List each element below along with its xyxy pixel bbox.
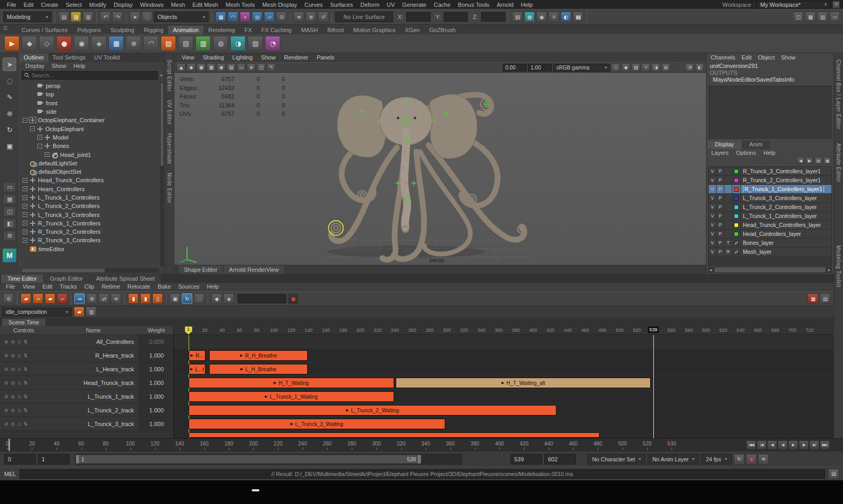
track-weight-field[interactable]: 0.000 <box>139 335 173 348</box>
shelf-tab[interactable]: Polygons <box>72 26 105 34</box>
panel-vertical-tab[interactable]: Channel Box / Layer Editor <box>836 60 841 130</box>
layer-visibility-toggle[interactable]: V <box>709 203 717 211</box>
time-editor-menu-item[interactable]: File <box>2 283 19 291</box>
layer-row[interactable]: V P T Bones_layer <box>709 239 831 248</box>
track-row[interactable]: Head_Trunck_track 1.000 <box>0 376 173 390</box>
panel-vertical-tab[interactable]: Script Editor <box>166 60 172 92</box>
layer-color-swatch[interactable] <box>732 176 741 184</box>
layer-visibility-toggle[interactable]: V <box>709 194 717 202</box>
viewport-menu-item[interactable]: Lighting <box>228 53 257 62</box>
layer-row[interactable]: V P L_Trunck_3_Controllers_layer <box>709 194 831 203</box>
track-weight-field[interactable]: 1.000 <box>139 403 173 417</box>
fps-dropdown[interactable]: 24 fps ▾ <box>701 454 732 465</box>
viewport-menu-item[interactable]: Shading <box>199 53 228 62</box>
layer-color-swatch[interactable] <box>732 239 741 247</box>
layer-playback-toggle[interactable]: P <box>717 185 724 193</box>
shaded-mode-icon[interactable]: ◆ <box>621 63 630 72</box>
layer-row[interactable]: V P R_Trunck_3_Controllers_layer1 <box>709 167 831 176</box>
outliner-horizontal-scrollbar[interactable] <box>21 268 159 273</box>
layer-display-type-toggle[interactable] <box>724 212 732 220</box>
layer-playback-toggle[interactable]: P <box>717 203 724 211</box>
outliner-item-Bones[interactable]: −Bones <box>19 142 164 150</box>
track-mute-icon[interactable] <box>4 353 8 358</box>
file-new-icon[interactable]: ▤ <box>58 12 69 22</box>
help-line-icon[interactable]: ▭ <box>829 12 840 22</box>
menu-set-dropdown[interactable]: Modeling ▾ <box>3 12 52 22</box>
clip-H_T_Waiting_alt[interactable]: ▶H_T_Waiting_alt <box>396 378 651 388</box>
time-slider-ruler[interactable]: 0204060801001201401601802002202402602803… <box>0 439 744 451</box>
playback-end-field[interactable]: 539 <box>511 454 542 465</box>
track-options-icon[interactable] <box>24 353 28 358</box>
grease-pencil-icon[interactable]: ✎ <box>267 63 276 72</box>
gamma-field[interactable]: 1.00 <box>528 64 552 72</box>
layer-playback-toggle[interactable]: P <box>717 212 724 220</box>
redo-icon[interactable]: ↷ <box>112 12 123 22</box>
expand-icon[interactable]: + <box>23 178 27 183</box>
scale-tool[interactable]: ▣ <box>3 139 16 153</box>
layer-color-swatch[interactable] <box>732 212 741 220</box>
menu-item[interactable]: Mesh Display <box>259 1 301 8</box>
channel-box-menu-item[interactable]: Channels <box>708 53 738 62</box>
layer-color-swatch[interactable] <box>732 203 741 211</box>
shelf-blendshape-icon[interactable]: ◑ <box>230 36 246 51</box>
viewport-menu-item[interactable]: Renderer <box>280 53 312 62</box>
shelf-tab[interactable]: Curves / Surfaces <box>17 26 72 34</box>
snap-curve-icon[interactable]: ◠ <box>228 12 238 22</box>
shelf-tab[interactable]: Bifrost <box>322 26 348 34</box>
layer-row[interactable]: V P Head_Controllers_layer <box>709 230 831 239</box>
shelf-tab[interactable]: Rendering <box>203 26 240 34</box>
image-plane-icon[interactable]: ▭ <box>237 63 246 72</box>
layer-playback-toggle[interactable]: P <box>717 194 724 202</box>
bottom-panel-tab[interactable]: Time Editor <box>1 274 43 283</box>
time-editor-menu-item[interactable]: Retime <box>98 283 124 291</box>
xray-icon[interactable]: ◔ <box>685 63 694 72</box>
shelf-playback-icon[interactable]: ▥ <box>195 36 211 51</box>
clip-R...[interactable]: ▶R... <box>189 350 206 361</box>
move-layer-down-icon[interactable]: ▶ <box>806 157 813 164</box>
layer-visibility-toggle[interactable]: V <box>709 212 717 220</box>
track-options-icon[interactable] <box>24 339 28 344</box>
shelf-pose-icon[interactable]: ◔ <box>265 36 280 51</box>
shelf-set-breakdown-icon[interactable]: ◇ <box>39 36 54 51</box>
colorspace-dropdown[interactable]: sRGB gamma ▾ <box>553 64 610 72</box>
timeline-playhead[interactable] <box>8 439 10 451</box>
layer-playback-toggle[interactable]: P <box>717 221 724 229</box>
exposure-field[interactable]: 0.00 <box>503 64 527 72</box>
track-mute-icon[interactable] <box>4 367 8 372</box>
track-options-icon[interactable] <box>24 380 28 386</box>
animation-preferences-icon[interactable]: ≡ <box>758 454 769 465</box>
lasso-select-tool[interactable]: ◌ <box>3 74 16 87</box>
layer-row[interactable]: V P R Mesh_layer <box>709 248 831 256</box>
set-zero-key-icon[interactable]: ▮ <box>128 293 139 304</box>
track-solo-icon[interactable] <box>11 394 15 399</box>
layer-row[interactable]: V P R_Trunck_1_Controllers_layer1 <box>709 185 831 194</box>
track-options-icon[interactable] <box>24 408 28 413</box>
shelf-playblast-icon[interactable]: ▶ <box>4 36 19 51</box>
layer-visibility-toggle[interactable]: V <box>709 167 717 175</box>
move-layer-up-icon[interactable]: ◀ <box>797 157 804 164</box>
layer-visibility-toggle[interactable]: V <box>709 185 717 193</box>
chevron-down-icon[interactable]: ▾ <box>160 73 162 78</box>
panel-vertical-tab[interactable]: Node Editor <box>166 173 172 203</box>
layer-display-type-toggle[interactable] <box>724 203 732 211</box>
file-open-icon[interactable]: ▨ <box>71 12 81 22</box>
menu-item[interactable]: Curves <box>301 1 327 8</box>
panel-vertical-tab[interactable]: Hypershade <box>166 133 172 164</box>
manage-compositions-icon[interactable]: ▥ <box>86 307 96 317</box>
new-empty-layer-icon[interactable]: ▤ <box>815 157 822 164</box>
create-audio-clip-icon[interactable]: ▱ <box>57 293 67 304</box>
editor-tab[interactable]: Arnold RenderView <box>224 265 285 274</box>
shelf-tab[interactable]: GoZBrush <box>425 26 460 34</box>
range-slider-bar[interactable]: 1 539 <box>76 455 421 463</box>
shelf-tab[interactable]: Sculpting <box>106 26 139 34</box>
list-view-icon[interactable]: ▤ <box>820 293 830 304</box>
step-forward-key-button[interactable]: ▶| <box>809 440 819 450</box>
outliner-item-R_Trunck_1_Controllers[interactable]: +R_Trunck_1_Controllers <box>19 219 164 228</box>
time-editor-menu-item[interactable]: Bake <box>154 283 174 291</box>
track-row[interactable]: All_Controllers 0.000 <box>0 335 173 349</box>
explode-group-icon[interactable]: ▰ <box>45 293 55 304</box>
shelf-tab[interactable]: Motion Graphics <box>348 26 400 34</box>
layer-playback-toggle[interactable]: P <box>717 248 724 256</box>
selection-mode-icon[interactable]: ◌ <box>142 12 152 22</box>
bottom-panel-tab[interactable]: Graph Editor <box>44 274 89 283</box>
